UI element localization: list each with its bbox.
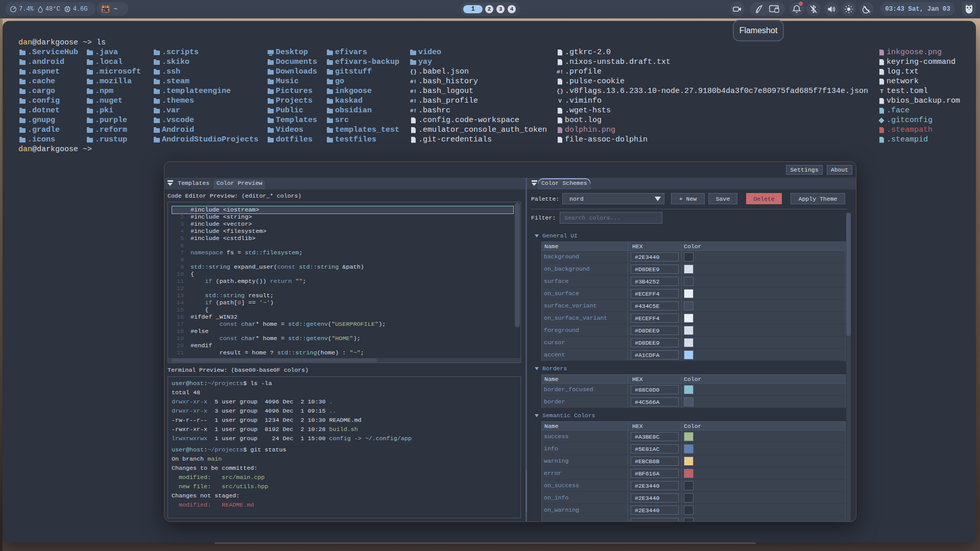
svg-text:>_: >_ — [104, 8, 108, 12]
